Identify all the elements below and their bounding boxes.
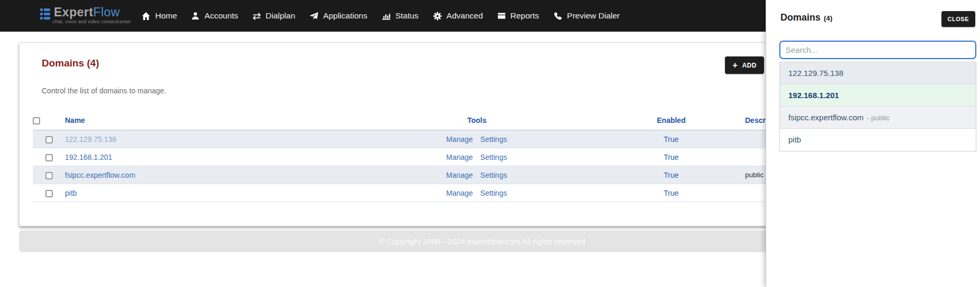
enabled-value: True xyxy=(664,189,679,197)
nav-item-label: Advanced xyxy=(447,11,483,21)
nav-item-reports[interactable]: Reports xyxy=(497,11,539,21)
applications-icon xyxy=(309,12,318,21)
manage-link[interactable]: Manage xyxy=(446,189,473,197)
row-checkbox[interactable] xyxy=(45,190,53,197)
row-checkbox[interactable] xyxy=(45,172,53,179)
accounts-icon xyxy=(191,12,200,20)
settings-link[interactable]: Settings xyxy=(480,189,507,197)
status-icon xyxy=(382,12,391,21)
list-item-selected[interactable]: 192.168.1.201 xyxy=(780,84,976,107)
column-header-enabled[interactable]: Enabled xyxy=(647,113,737,130)
column-header-tools[interactable]: Tools xyxy=(436,113,647,130)
list-item[interactable]: fsipcc.expertflow.com- public xyxy=(780,107,976,129)
nav-item-preview-dialer[interactable]: Preview Dialer xyxy=(553,11,620,21)
enabled-value: True xyxy=(664,171,679,179)
nav-item-applications[interactable]: Applications xyxy=(309,11,368,21)
page-title: Domains (4) xyxy=(42,58,99,69)
list-item-label: 192.168.1.201 xyxy=(788,91,839,100)
nav-item-dialplan[interactable]: ⇄ Dialplan xyxy=(252,11,295,21)
nav-item-label: Dialplan xyxy=(266,11,295,21)
brand-logo[interactable]: ExpertFlow chat, voice and video contact… xyxy=(40,5,131,24)
add-button-label: ADD xyxy=(742,62,757,69)
brand-name-flow: Flow xyxy=(93,5,120,20)
nav-item-label: Status xyxy=(395,11,419,21)
domain-link[interactable]: pitb xyxy=(65,189,77,197)
list-item-label: 122.129.75.138 xyxy=(788,69,843,78)
home-icon xyxy=(142,12,150,21)
list-item-suffix: - public xyxy=(867,114,890,122)
settings-link[interactable]: Settings xyxy=(480,135,507,144)
nav-item-advanced[interactable]: Advanced xyxy=(433,11,483,21)
reports-icon xyxy=(497,12,506,20)
advanced-icon xyxy=(433,12,442,21)
panel-title-count: (4) xyxy=(824,14,833,22)
enabled-value: True xyxy=(664,153,679,161)
nav-item-status[interactable]: Status xyxy=(382,11,419,21)
manage-link[interactable]: Manage xyxy=(446,153,473,161)
select-all-checkbox[interactable] xyxy=(33,117,40,125)
nav-item-label: Accounts xyxy=(204,11,238,21)
search-input[interactable] xyxy=(779,41,976,59)
nav-item-label: Home xyxy=(155,11,177,21)
domains-side-panel: Domains (4) CLOSE 122.129.75.138 192.168… xyxy=(766,0,980,287)
manage-link[interactable]: Manage xyxy=(446,135,473,144)
list-item[interactable]: 122.129.75.138 xyxy=(780,62,976,84)
brand-name-expert: Expert xyxy=(54,5,93,20)
preview-dialer-icon xyxy=(553,12,562,21)
panel-title-text: Domains xyxy=(780,12,821,23)
plus-icon: + xyxy=(732,61,738,70)
nav-item-home[interactable]: Home xyxy=(142,11,177,21)
panel-title: Domains (4) xyxy=(780,12,833,23)
nav-item-label: Preview Dialer xyxy=(567,11,620,21)
add-button[interactable]: + ADD xyxy=(725,56,764,74)
page-description: Control the list of domains to manage. xyxy=(42,87,166,95)
row-checkbox[interactable] xyxy=(45,136,53,144)
nav-item-label: Reports xyxy=(511,11,539,21)
domain-link[interactable]: 192.168.1.201 xyxy=(65,153,112,161)
select-all-cell xyxy=(33,113,58,130)
enabled-value: True xyxy=(664,135,679,144)
list-item-label: fsipcc.expertflow.com xyxy=(788,113,864,122)
list-item-label: pitb xyxy=(788,135,801,144)
brand-tagline: chat, voice and video contactcenter xyxy=(53,19,131,24)
settings-link[interactable]: Settings xyxy=(480,153,507,161)
row-checkbox[interactable] xyxy=(45,154,53,161)
domain-link[interactable]: fsipcc.expertflow.com xyxy=(65,171,135,179)
nav-item-label: Applications xyxy=(323,11,368,21)
list-item[interactable]: pitb xyxy=(780,129,976,151)
column-header-name[interactable]: Name xyxy=(58,113,436,130)
main-nav: Home Accounts ⇄ Dialplan Applications St… xyxy=(142,0,620,32)
manage-link[interactable]: Manage xyxy=(446,171,473,179)
settings-link[interactable]: Settings xyxy=(480,171,507,179)
domain-link[interactable]: 122.129.75.138 xyxy=(65,135,116,144)
nav-item-accounts[interactable]: Accounts xyxy=(191,11,238,21)
close-button[interactable]: CLOSE xyxy=(941,11,975,27)
brand-logo-icon xyxy=(40,8,50,20)
domain-quick-list: 122.129.75.138 192.168.1.201 fsipcc.expe… xyxy=(779,62,976,151)
dialplan-icon: ⇄ xyxy=(252,12,261,21)
